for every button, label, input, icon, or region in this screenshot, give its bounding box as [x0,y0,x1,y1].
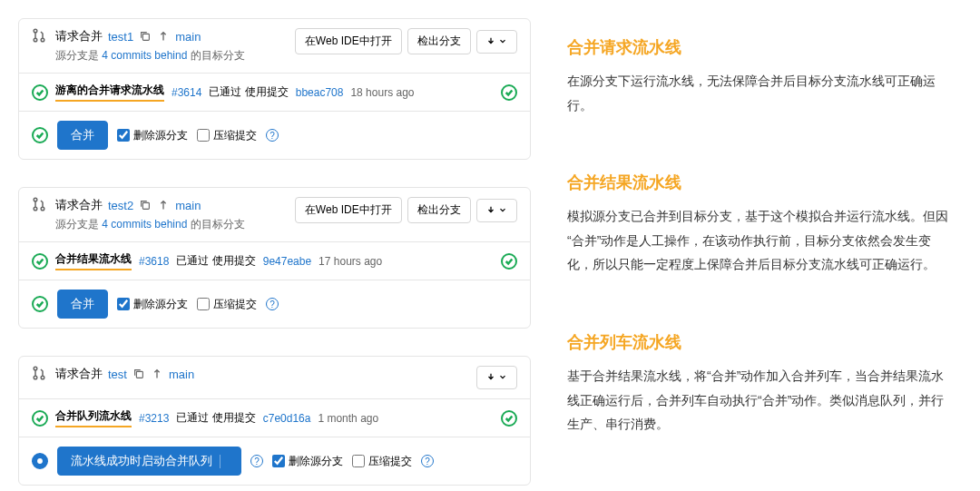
pipeline-id-link[interactable]: #3213 [139,412,169,425]
download-button[interactable] [476,199,517,222]
commit-link[interactable]: bbeac708 [296,86,344,99]
description-title: 合并列车流水线 [567,331,948,353]
status-success-icon[interactable] [501,410,517,427]
description-text: 在源分支下运行流水线，无法保障合并后目标分支流水线可正确运行。 [567,69,948,117]
success-icon [32,127,48,143]
svg-point-6 [41,207,44,211]
help-icon[interactable]: ? [266,129,279,142]
pipeline-time: 18 hours ago [350,86,414,99]
help-icon[interactable]: ? [250,455,263,467]
source-branch-link[interactable]: test2 [108,199,133,212]
commit-link[interactable]: c7e0d16a [263,412,311,425]
into-icon [151,368,163,380]
copy-icon[interactable] [139,199,152,211]
passed-text: 已通过 使用提交 [176,410,255,426]
open-ide-button[interactable]: 在Web IDE中打开 [295,197,402,223]
description-text: 模拟源分支已合并到目标分支，基于这个模拟合并运行流水线。但因“合并”动作是人工操… [567,204,948,277]
commit-link[interactable]: 9e47eabe [263,255,311,268]
action-section: 合并删除源分支压缩提交? [19,280,530,328]
squash-checkbox[interactable]: 压缩提交 [352,454,412,469]
svg-rect-7 [143,202,150,209]
action-section: 流水线成功时启动合并队列?删除源分支压缩提交? [19,437,530,485]
download-button[interactable] [476,30,517,54]
svg-point-9 [34,376,37,379]
svg-point-1 [34,38,37,42]
description-block: 合并结果流水线模拟源分支已合并到目标分支，基于这个模拟合并运行流水线。但因“合并… [567,172,948,277]
squash-checkbox[interactable]: 压缩提交 [197,297,257,312]
description-block: 合并请求流水线在源分支下运行流水线，无法保障合并后目标分支流水线可正确运行。 [567,36,948,117]
help-icon[interactable]: ? [266,298,279,310]
mr-title: 请求合并 [55,366,103,382]
merge-request-icon [32,366,46,380]
behind-link[interactable]: 4 commits behind [102,218,187,231]
svg-rect-3 [143,34,150,40]
card-header: 请求合并testmain [19,357,530,399]
checkout-button[interactable]: 检出分支 [407,28,471,54]
download-button[interactable] [476,366,517,389]
mr-card: 请求合并testmain 合并队列流水线#3213已通过 使用提交c7e0d16… [18,356,531,486]
mr-title: 请求合并 [55,197,103,213]
target-branch-link[interactable]: main [169,368,194,381]
pipeline-section: 合并队列流水线#3213已通过 使用提交c7e0d16a1 month ago [19,399,530,437]
svg-point-8 [34,367,37,370]
merge-button[interactable]: 合并 [57,290,108,319]
success-icon [32,84,48,101]
pipeline-name: 合并队列流水线 [55,408,132,427]
mr-card: 请求合并test1main源分支是 4 commits behind 的目标分支… [18,18,531,160]
target-branch-link[interactable]: main [175,30,201,44]
clock-icon [32,453,48,469]
into-icon [157,30,170,43]
success-icon [32,253,48,270]
pipeline-section: 合并结果流水线#3618已通过 使用提交9e47eabe17 hours ago [19,242,530,280]
success-icon [32,296,48,312]
into-icon [157,199,170,211]
mr-title: 请求合并 [55,28,103,44]
status-success-icon[interactable] [501,253,517,270]
description-text: 基于合并结果流水线，将“合并”动作加入合并列车，当合并结果流水线正确运行后，合并… [567,364,948,437]
delete-source-checkbox[interactable]: 删除源分支 [272,454,343,469]
behind-text: 源分支是 4 commits behind 的目标分支 [55,48,245,64]
pipeline-name: 游离的合并请求流水线 [55,83,164,102]
description-title: 合并结果流水线 [567,172,948,193]
delete-source-checkbox[interactable]: 删除源分支 [117,128,188,143]
pipeline-section: 游离的合并请求流水线#3614已通过 使用提交bbeac70818 hours … [19,74,530,112]
behind-text: 源分支是 4 commits behind 的目标分支 [55,217,245,232]
auto-merge-button[interactable]: 流水线成功时启动合并队列 [57,447,241,476]
help-icon[interactable]: ? [421,455,434,467]
target-branch-link[interactable]: main [175,199,201,212]
copy-icon[interactable] [132,368,145,380]
svg-point-10 [41,376,44,379]
pipeline-time: 17 hours ago [318,255,382,268]
svg-point-0 [34,29,37,33]
pipeline-id-link[interactable]: #3618 [139,255,169,268]
source-branch-link[interactable]: test [108,368,127,381]
mr-card: 请求合并test2main源分支是 4 commits behind 的目标分支… [18,187,531,329]
description-title: 合并请求流水线 [567,36,948,58]
description-block: 合并列车流水线基于合并结果流水线，将“合并”动作加入合并列车，当合并结果流水线正… [567,331,948,437]
checkout-button[interactable]: 检出分支 [407,197,471,223]
svg-point-2 [41,38,44,42]
card-header: 请求合并test1main源分支是 4 commits behind 的目标分支… [19,19,530,74]
open-ide-button[interactable]: 在Web IDE中打开 [295,28,402,54]
pipeline-id-link[interactable]: #3614 [172,86,201,99]
merge-button[interactable]: 合并 [57,121,108,150]
pipeline-name: 合并结果流水线 [55,251,132,270]
action-section: 合并删除源分支压缩提交? [19,112,530,159]
svg-point-4 [34,198,37,201]
copy-icon[interactable] [139,30,152,43]
source-branch-link[interactable]: test1 [108,30,133,44]
svg-point-5 [34,207,37,211]
behind-link[interactable]: 4 commits behind [102,49,187,62]
merge-request-icon [32,197,46,211]
passed-text: 已通过 使用提交 [176,253,255,269]
passed-text: 已通过 使用提交 [209,84,288,100]
squash-checkbox[interactable]: 压缩提交 [197,128,257,143]
pipeline-time: 1 month ago [318,412,378,425]
svg-rect-11 [136,371,142,378]
delete-source-checkbox[interactable]: 删除源分支 [117,297,188,312]
merge-request-icon [32,28,46,43]
card-header: 请求合并test2main源分支是 4 commits behind 的目标分支… [19,188,530,242]
success-icon [32,410,48,427]
status-success-icon[interactable] [501,84,517,101]
